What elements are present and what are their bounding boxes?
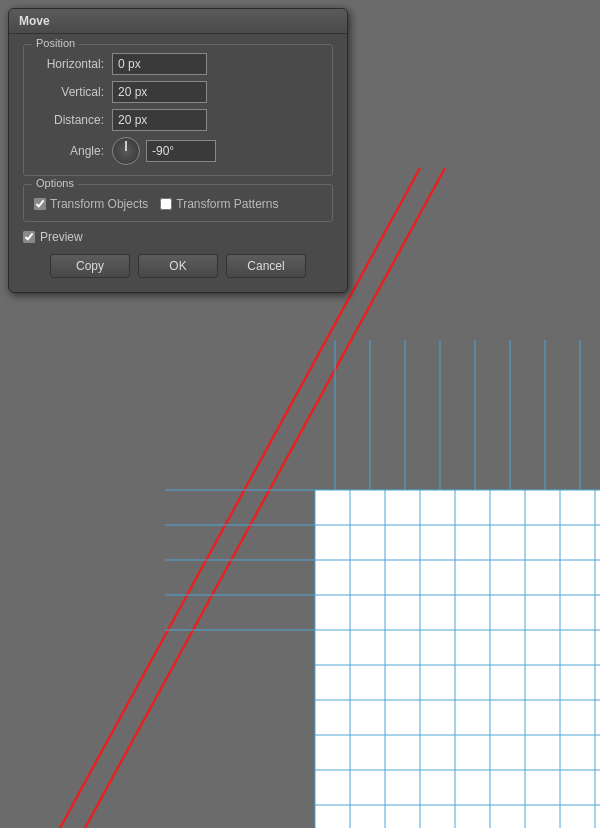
preview-checkbox[interactable] bbox=[23, 231, 35, 243]
angle-label: Angle: bbox=[34, 144, 104, 158]
dialog-body: Position Horizontal: Vertical: Distance:… bbox=[9, 34, 347, 292]
options-checkbox-row: Transform Objects Transform Patterns bbox=[34, 193, 322, 211]
angle-row: Angle: bbox=[34, 137, 322, 165]
transform-patterns-checkbox[interactable] bbox=[160, 198, 172, 210]
position-legend: Position bbox=[32, 37, 79, 49]
dialog-titlebar: Move bbox=[9, 9, 347, 34]
preview-row[interactable]: Preview bbox=[23, 230, 333, 244]
angle-input[interactable] bbox=[146, 140, 216, 162]
position-fieldset: Position Horizontal: Vertical: Distance:… bbox=[23, 44, 333, 176]
move-dialog: Move Position Horizontal: Vertical: Dist… bbox=[8, 8, 348, 293]
transform-objects-item[interactable]: Transform Objects bbox=[34, 197, 148, 211]
angle-dial-needle bbox=[125, 141, 127, 151]
distance-input[interactable] bbox=[112, 109, 207, 131]
transform-objects-checkbox[interactable] bbox=[34, 198, 46, 210]
transform-patterns-label: Transform Patterns bbox=[176, 197, 278, 211]
horizontal-label: Horizontal: bbox=[34, 57, 104, 71]
distance-label: Distance: bbox=[34, 113, 104, 127]
horizontal-input[interactable] bbox=[112, 53, 207, 75]
preview-label: Preview bbox=[40, 230, 83, 244]
ok-button[interactable]: OK bbox=[138, 254, 218, 278]
options-fieldset: Options Transform Objects Transform Patt… bbox=[23, 184, 333, 222]
button-row: Copy OK Cancel bbox=[23, 254, 333, 278]
transform-objects-label: Transform Objects bbox=[50, 197, 148, 211]
transform-patterns-item[interactable]: Transform Patterns bbox=[160, 197, 278, 211]
dialog-title: Move bbox=[19, 14, 50, 28]
cancel-button[interactable]: Cancel bbox=[226, 254, 306, 278]
vertical-row: Vertical: bbox=[34, 81, 322, 103]
copy-button[interactable]: Copy bbox=[50, 254, 130, 278]
vertical-label: Vertical: bbox=[34, 85, 104, 99]
horizontal-row: Horizontal: bbox=[34, 53, 322, 75]
angle-dial[interactable] bbox=[112, 137, 140, 165]
vertical-input[interactable] bbox=[112, 81, 207, 103]
options-legend: Options bbox=[32, 177, 78, 189]
distance-row: Distance: bbox=[34, 109, 322, 131]
